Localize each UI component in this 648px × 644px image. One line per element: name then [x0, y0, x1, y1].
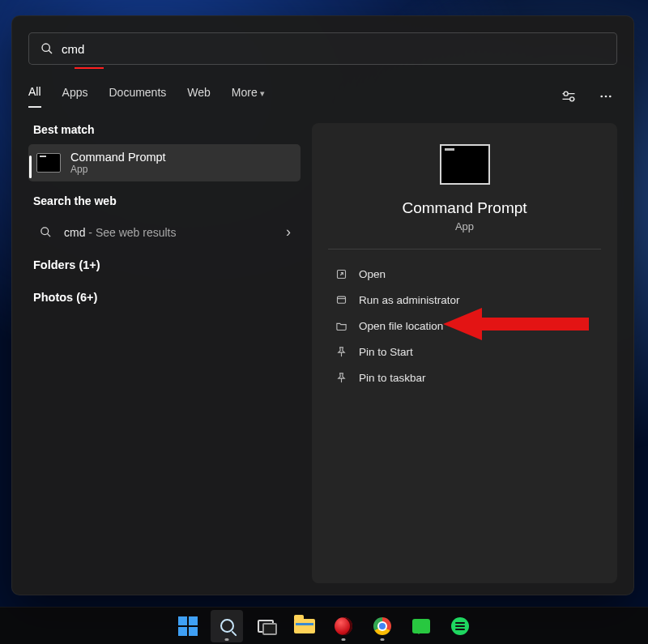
open-icon: [335, 267, 347, 280]
svg-point-5: [605, 96, 608, 98]
start-search-panel: All Apps Documents Web More▾ Best match: [11, 15, 634, 595]
search-input[interactable]: [62, 42, 605, 56]
chevron-right-icon: ›: [286, 224, 291, 241]
result-title: Command Prompt: [70, 151, 166, 164]
taskbar: [0, 607, 648, 644]
action-pin-to-taskbar[interactable]: Pin to taskbar: [328, 365, 601, 390]
search-settings-icon[interactable]: [557, 85, 580, 108]
tab-all[interactable]: All: [28, 85, 41, 108]
chrome-icon: [373, 617, 391, 635]
taskbar-file-explorer[interactable]: [288, 610, 321, 642]
chevron-down-icon: ▾: [260, 88, 265, 98]
more-options-icon[interactable]: [595, 85, 617, 108]
action-run-as-administrator[interactable]: Run as administrator: [328, 287, 601, 313]
action-label: Open file location: [359, 320, 443, 332]
chat-icon: [412, 619, 430, 633]
svg-rect-10: [337, 296, 345, 303]
command-prompt-icon: [36, 153, 61, 173]
action-open-file-location[interactable]: Open file location: [328, 313, 601, 339]
category-photos[interactable]: Photos (6+): [28, 281, 301, 313]
action-open[interactable]: Open: [328, 261, 601, 287]
search-icon: [38, 226, 53, 238]
svg-line-1: [49, 50, 52, 53]
windows-logo-icon: [178, 616, 198, 636]
result-subtitle: App: [70, 164, 166, 175]
search-icon: [220, 619, 234, 633]
taskbar-spotify[interactable]: [444, 610, 476, 642]
taskbar-chat[interactable]: [405, 610, 437, 642]
spotify-icon: [451, 617, 469, 635]
details-subtitle: App: [455, 220, 474, 232]
task-view-icon: [258, 620, 274, 633]
taskbar-chrome[interactable]: [366, 610, 399, 642]
tab-more-label: More: [232, 86, 258, 99]
search-icon: [40, 42, 53, 55]
svg-point-0: [42, 44, 49, 51]
search-web-header: Search the web: [33, 194, 296, 207]
taskbar-search[interactable]: [211, 610, 243, 642]
action-pin-to-start[interactable]: Pin to Start: [328, 339, 601, 365]
best-match-header: Best match: [33, 123, 296, 136]
filter-tabs: All Apps Documents Web More▾: [28, 81, 617, 112]
tab-more[interactable]: More▾: [232, 86, 265, 107]
file-explorer-icon: [294, 619, 315, 633]
shield-icon: [335, 293, 347, 306]
action-label: Run as administrator: [359, 294, 460, 306]
taskbar-start[interactable]: [172, 610, 204, 642]
selection-indicator: [29, 156, 32, 178]
results-column: Best match Command Prompt App Search the…: [28, 123, 301, 583]
svg-point-3: [570, 97, 574, 101]
svg-point-2: [564, 92, 568, 96]
taskbar-task-view[interactable]: [249, 610, 282, 642]
action-label: Pin to Start: [359, 346, 413, 358]
action-label: Pin to taskbar: [359, 372, 426, 384]
svg-point-7: [40, 228, 48, 235]
pin-icon: [335, 345, 347, 358]
search-box[interactable]: [28, 32, 617, 65]
svg-point-6: [609, 96, 612, 98]
details-pane: Command Prompt App Open Run as administr…: [312, 123, 617, 583]
web-result-cmd[interactable]: cmd - See web results ›: [28, 215, 301, 249]
annotation-underline: [75, 67, 104, 69]
svg-point-4: [600, 96, 603, 98]
details-title: Command Prompt: [402, 199, 526, 217]
folder-icon: [335, 319, 347, 332]
category-folders[interactable]: Folders (1+): [28, 249, 301, 281]
action-label: Open: [359, 268, 386, 280]
web-result-label: cmd - See web results: [64, 226, 177, 239]
tab-web[interactable]: Web: [187, 86, 211, 107]
result-command-prompt[interactable]: Command Prompt App: [28, 144, 301, 181]
taskbar-opera[interactable]: [327, 610, 360, 642]
svg-line-8: [47, 233, 50, 237]
tab-apps[interactable]: Apps: [62, 86, 88, 107]
opera-icon: [335, 617, 352, 635]
pin-icon: [335, 371, 347, 384]
command-prompt-icon: [440, 144, 490, 185]
tab-documents[interactable]: Documents: [109, 86, 166, 107]
